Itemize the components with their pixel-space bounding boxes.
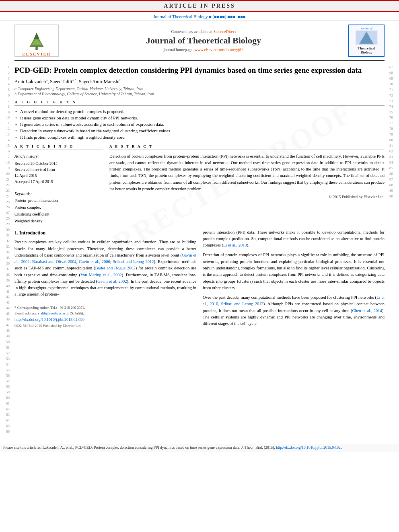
line-number-51: 51 [0,345,10,351]
ref-gavin-2002b[interactable]: Gavin et al, 2002 [97,279,127,283]
line-number-12: 12 [0,126,10,132]
highlight-item-1: A novel method for detecting protein com… [14,108,385,115]
article-in-press-banner: ARTICLE IN PRESS [0,0,399,12]
affiliation-1: a Computer Engineering Department, Tarbi… [14,86,385,91]
line-number-23: 23 [0,188,10,194]
line-number-70: 70 [389,82,399,87]
line-number-33: 33 [0,244,10,250]
line-numbers-left: 1234567891011121314151617181920212223242… [0,21,11,435]
line-number-47: 47 [0,322,10,328]
line-number-87: 87 [389,177,399,183]
line-number-86: 86 [389,171,399,177]
ref-gavin-2006[interactable]: Gavin et al., 2006 [79,259,110,264]
right-paragraph-2: Detection of protein complexes of PPI ne… [203,252,385,291]
article-history-block: Article history: Received 26 October 201… [14,153,103,188]
author-email-link[interactable]: sjalili@modares.ac.ir [38,311,69,315]
received-date-2b: 14 April 2015 [14,173,103,179]
keyword-4: Weighted density [14,218,103,224]
ref-srihari-2012[interactable]: Srihari and Leong 2012 [113,259,154,264]
intro-paragraph-1: Protein complexes are key cellular entit… [14,239,196,298]
intro-section-num: 1. [14,230,18,236]
accepted-date: Accepted 17 April 2015 [14,179,103,185]
issn-text: 0022-5193/© 2015 Published by Elsevier L… [14,323,196,329]
ref-li-2010[interactable]: Li et al., 2010 [223,243,247,247]
homepage-link[interactable]: www.elsevier.com/locate/yjtbi [195,47,244,52]
ref-chen-2014[interactable]: Chen et al., 2014 [352,308,382,313]
body-left-column: 1. Introduction Protein complexes are ke… [14,229,196,331]
line-number-30: 30 [0,227,10,233]
theoretical-biology-text: TheoreticalBiology [358,46,375,54]
line-number-14: 14 [0,138,10,143]
highlights-list: A novel method for detecting protein com… [14,108,385,140]
sciencedirect-link[interactable]: ScienceDirect [213,29,236,34]
line-number-63: 63 [0,412,10,418]
line-number-35: 35 [0,255,10,261]
corresponding-author: * Corresponding author. Tel.: +98 218 20… [14,305,196,311]
footer-citation-text: Please cite this article as: Lakizadeh, … [3,446,275,450]
line-number-89: 89 [389,188,399,194]
line-number-68: 68 [389,70,399,76]
line-number-55: 55 [0,368,10,373]
line-number-72: 72 [389,93,399,99]
line-number-25: 25 [0,199,10,205]
line-number-64: 64 [0,418,10,423]
line-number-20: 20 [0,171,10,177]
line-number-40: 40 [0,283,10,289]
line-number-44: 44 [0,306,10,311]
line-number-66: 66 [0,429,10,435]
line-number-26: 26 [0,205,10,210]
line-number-90: 90 [389,194,399,199]
line-number-8: 8 [0,104,10,110]
keywords-block: Keywords: Protein–protein interaction Pr… [14,191,103,224]
line-number-60: 60 [0,395,10,401]
ref-barabasi-2004[interactable]: Barabasi and Oltvai 2004 [32,259,76,264]
journal-ref-text: Journal of Theoretical Biology ■ (■■■■) … [153,14,245,19]
email-suffix: (S. Jalili). [70,311,84,315]
line-number-53: 53 [0,356,10,362]
footer-citation: Please cite this article as: Lakizadeh, … [0,443,399,452]
line-number-16: 16 [0,149,10,154]
journal-homepage: journal homepage: www.elsevier.com/locat… [67,47,340,52]
line-number-56: 56 [0,373,10,379]
ref-vonmering-2002[interactable]: Von Mering et al, 2002 [80,273,122,277]
line-number-21: 21 [0,177,10,183]
ref-srihari-2013[interactable]: Srihari and Leong 2013 [221,302,263,306]
line-number-1: 1 [0,65,10,70]
line-number-42: 42 [0,294,10,300]
keyword-3: Clustering coefficient [14,211,103,218]
line-number-83: 83 [389,154,399,160]
line-number-84: 84 [389,160,399,166]
highlight-item-2: It uses gene expression data to model dy… [14,115,385,121]
line-number-77: 77 [389,121,399,126]
line-number-88: 88 [389,183,399,188]
contents-available-label: Contents lists available at ScienceDirec… [67,29,340,34]
journal-ref-line: Journal of Theoretical Biology ■ (■■■■) … [0,12,399,21]
line-number-4: 4 [0,82,10,87]
highlight-item-5: It finds protein complexes with high wei… [14,134,385,140]
line-number-65: 65 [0,423,10,429]
main-content: ELSEVIER Contents lists available at Sci… [11,21,388,435]
line-number-19: 19 [0,166,10,171]
doi-line: http://dx.doi.org/10.1016/j.jtbi.2015.04… [14,316,196,323]
footnote-block: * Corresponding author. Tel.: +98 218 20… [14,303,196,329]
line-number-67: 67 [389,65,399,70]
doi-link[interactable]: http://dx.doi.org/10.1016/j.jtbi.2015.04… [14,317,84,322]
line-number-79: 79 [389,132,399,138]
line-number-6: 6 [0,93,10,99]
svg-marker-4 [34,33,39,39]
line-number-58: 58 [0,384,10,390]
line-number-34: 34 [0,250,10,255]
abstract-header: A B S T R A C T [109,144,385,150]
copyright-line: © 2015 Published by Elsevier Ltd. [109,195,385,199]
footer-doi-link[interactable]: http://dx.doi.org/10.1016/j.jtbi.2015.04… [276,446,342,450]
keyword-1: Protein–protein interaction [14,197,103,204]
line-number-31: 31 [0,233,10,238]
line-number-46: 46 [0,317,10,322]
body-right-column: protein interaction (PPI) data. These ne… [203,229,385,331]
line-number-29: 29 [0,222,10,227]
line-number-24: 24 [0,194,10,199]
line-number-39: 39 [0,278,10,283]
article-info-column: A R T I C L E I N F O Article history: R… [14,144,103,224]
ref-bader-2002[interactable]: Bader and Hogue 2002 [95,266,135,270]
line-number-9: 9 [0,110,10,115]
